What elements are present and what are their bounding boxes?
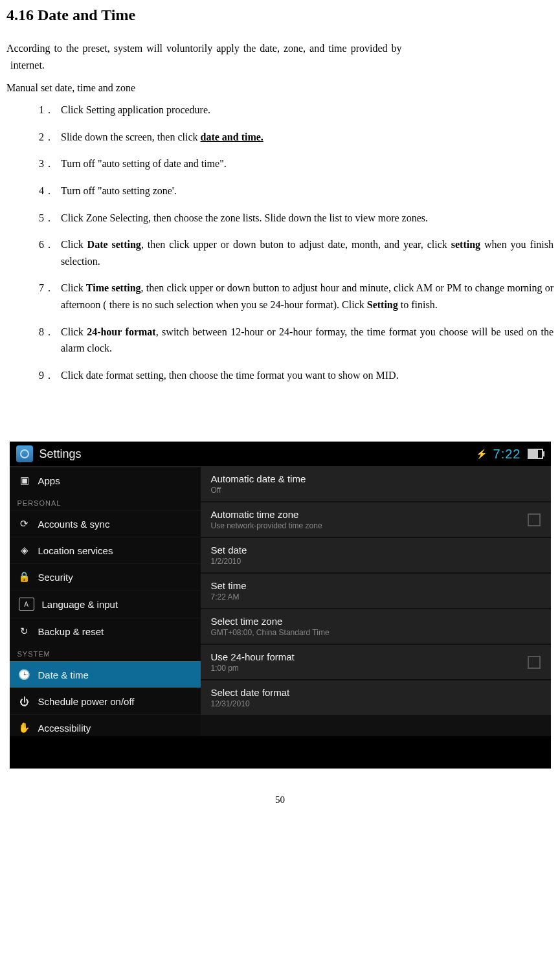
backup-icon: ↻ xyxy=(19,625,30,637)
step-8-b: 24-hour format xyxy=(87,326,156,337)
settings-sidebar: ▣ Apps PERSONAL ⟳ Accounts & sync ◈ Loca… xyxy=(10,467,201,736)
sidebar-item-datetime[interactable]: 🕒 Date & time xyxy=(10,661,201,688)
page-number: 50 xyxy=(6,794,554,805)
sidebar-item-backup[interactable]: ↻ Backup & reset xyxy=(10,618,201,644)
step-1-text: Click Setting application procedure. xyxy=(61,104,210,115)
sidebar-category-personal: PERSONAL xyxy=(10,493,201,510)
step-2-text-a: Slide down the screen, then click xyxy=(61,131,201,142)
android-settings-screenshot: Settings ⚡ 7:22 ▣ Apps PERSONAL ⟳ Accoun… xyxy=(10,442,551,769)
screenshot-title: Settings xyxy=(39,447,82,461)
row-select-date-format[interactable]: Select date format 12/31/2010 xyxy=(201,680,551,715)
step-6-c: , then click upper or down buton to adju… xyxy=(141,239,451,250)
step-5: 5．Click Zone Selecting, then choose the … xyxy=(38,210,554,227)
sidebar-item-language[interactable]: A Language & input xyxy=(10,590,201,618)
steps-list: 1．Click Setting application procedure. 2… xyxy=(6,102,554,383)
sidebar-label-backup: Backup & reset xyxy=(38,626,104,637)
section-heading: 4.16 Date and Time xyxy=(6,6,554,24)
step-7-d: Setting xyxy=(367,299,398,310)
row-select-time-zone[interactable]: Select time zone GMT+08:00, China Standa… xyxy=(201,609,551,644)
step-9: 9．Click date format setting, then choose… xyxy=(38,367,554,384)
accessibility-icon: ✋ xyxy=(19,722,30,734)
step-8-a: Click xyxy=(61,326,87,337)
manual-set-subhead: Manual set date, time and zone xyxy=(6,82,554,94)
sidebar-label-apps: Apps xyxy=(38,475,60,486)
set-date-sub: 1/2/2010 xyxy=(211,557,247,566)
row-set-time[interactable]: Set time 7:22 AM xyxy=(201,574,551,608)
auto-date-time-title: Automatic date & time xyxy=(211,473,306,484)
sidebar-item-apps[interactable]: ▣ Apps xyxy=(10,467,201,493)
select-time-zone-sub: GMT+08:00, China Standard Time xyxy=(211,628,330,637)
language-icon: A xyxy=(19,598,34,611)
step-9-text: Click date format setting, then choose t… xyxy=(61,370,399,381)
step-2-text-b: date and time. xyxy=(201,131,263,142)
intro-paragraph: According to the preset, system will vol… xyxy=(6,40,554,73)
intro-line-2: internet. xyxy=(6,60,45,71)
row-auto-time-zone[interactable]: Automatic time zone Use network-provided… xyxy=(201,502,551,537)
clock-icon: 🕒 xyxy=(19,669,30,680)
auto-time-zone-sub: Use network-provided time zone xyxy=(211,521,322,530)
sidebar-label-accounts: Accounts & sync xyxy=(38,519,110,530)
24hr-title: Use 24-hour format xyxy=(211,651,295,662)
24hr-sub: 1:00 pm xyxy=(211,664,295,673)
sidebar-item-accessibility[interactable]: ✋ Accessibility xyxy=(10,714,201,736)
step-3-text: Turn off "auto setting of date and time"… xyxy=(61,158,227,169)
step-3: 3．Turn off "auto setting of date and tim… xyxy=(38,155,554,172)
sidebar-label-security: Security xyxy=(38,572,73,583)
auto-time-zone-checkbox[interactable] xyxy=(528,513,541,526)
settings-app-icon xyxy=(16,445,33,462)
status-clock: 7:22 xyxy=(493,447,521,462)
row-set-date[interactable]: Set date 1/2/2010 xyxy=(201,538,551,572)
sidebar-label-schedule: Schedule power on/off xyxy=(38,696,135,707)
step-7-e: to finish. xyxy=(398,299,438,310)
battery-icon xyxy=(528,449,543,459)
step-5-text: Click Zone Selecting, then choose the zo… xyxy=(61,212,428,223)
screenshot-header: Settings ⚡ 7:22 xyxy=(10,442,551,466)
sidebar-label-location: Location services xyxy=(38,545,113,556)
step-6-a: Click xyxy=(61,239,87,250)
step-8: 8．Click 24-hour format, switch between 1… xyxy=(38,324,554,357)
charging-icon: ⚡ xyxy=(476,449,487,459)
set-date-title: Set date xyxy=(211,545,247,556)
step-7: 7．Click Time setting, then click upper o… xyxy=(38,280,554,313)
step-1: 1．Click Setting application procedure. xyxy=(38,102,554,118)
row-24-hour-format[interactable]: Use 24-hour format 1:00 pm xyxy=(201,645,551,679)
step-6-d: setting xyxy=(451,239,480,250)
sidebar-label-datetime: Date & time xyxy=(38,669,89,680)
step-7-b: Time setting xyxy=(86,282,141,293)
apps-icon: ▣ xyxy=(19,475,30,486)
row-auto-date-time[interactable]: Automatic date & time Off xyxy=(201,467,551,501)
intro-line-1: According to the preset, system will vol… xyxy=(6,43,402,54)
auto-date-time-sub: Off xyxy=(211,486,306,495)
step-7-a: Click xyxy=(61,282,86,293)
date-format-sub: 12/31/2010 xyxy=(211,699,290,708)
sidebar-category-system: SYSTEM xyxy=(10,644,201,661)
date-format-title: Select date format xyxy=(211,687,290,698)
sidebar-label-language: Language & input xyxy=(42,599,118,610)
step-6-b: Date setting xyxy=(87,239,141,250)
24hr-checkbox[interactable] xyxy=(528,656,541,669)
sidebar-item-accounts[interactable]: ⟳ Accounts & sync xyxy=(10,510,201,537)
select-time-zone-title: Select time zone xyxy=(211,616,330,627)
sidebar-label-accessibility: Accessibility xyxy=(38,723,91,734)
auto-time-zone-title: Automatic time zone xyxy=(211,509,322,520)
sidebar-item-security[interactable]: 🔒 Security xyxy=(10,563,201,590)
step-6: 6．Click Date setting, then click upper o… xyxy=(38,236,554,269)
sidebar-item-location[interactable]: ◈ Location services xyxy=(10,537,201,563)
sync-icon: ⟳ xyxy=(19,518,30,530)
power-icon: ⏻ xyxy=(19,695,30,707)
location-icon: ◈ xyxy=(19,545,30,556)
sidebar-item-schedule[interactable]: ⏻ Schedule power on/off xyxy=(10,688,201,714)
set-time-sub: 7:22 AM xyxy=(211,592,247,601)
step-4-text: Turn off "auto setting zone'. xyxy=(61,185,177,196)
settings-main-panel: Automatic date & time Off Automatic time… xyxy=(201,467,551,736)
step-4: 4．Turn off "auto setting zone'. xyxy=(38,183,554,199)
set-time-title: Set time xyxy=(211,580,247,591)
lock-icon: 🔒 xyxy=(19,571,30,583)
step-2: 2．Slide down the screen, then click date… xyxy=(38,129,554,146)
